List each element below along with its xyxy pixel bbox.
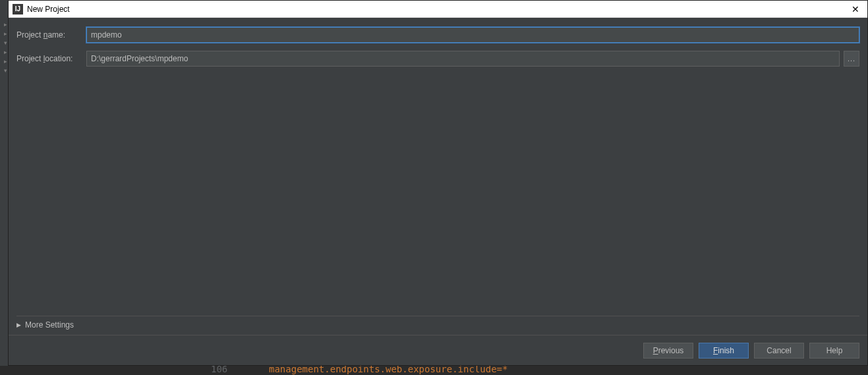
browse-button[interactable]: ... (844, 51, 859, 67)
content-spacer (16, 74, 859, 316)
ide-editor-peek: 106 management.endpoints.web.exposure.in… (0, 366, 868, 375)
line-number: 106 (211, 366, 227, 374)
project-location-label: Project location: (16, 54, 86, 63)
more-settings-toggle[interactable]: ▶ More Settings (16, 316, 859, 333)
help-button[interactable]: Help (809, 343, 859, 359)
intellij-icon: IJ (13, 4, 23, 14)
dialog-title: New Project (27, 5, 848, 14)
dialog-titlebar[interactable]: IJ New Project ✕ (9, 1, 867, 18)
project-name-row: Project name: (16, 27, 859, 43)
project-name-label: Project name: (16, 30, 86, 40)
ellipsis-icon: ... (848, 55, 855, 63)
cancel-button[interactable]: Cancel (754, 343, 804, 359)
previous-button[interactable]: Previous (643, 343, 693, 359)
dialog-button-bar: Previous Finish Cancel Help (9, 335, 867, 365)
close-icon[interactable]: ✕ (848, 1, 863, 17)
more-settings-label: More Settings (25, 320, 74, 330)
finish-button[interactable]: Finish (699, 343, 749, 359)
new-project-dialog: IJ New Project ✕ Project name: Project l… (8, 0, 868, 366)
code-snippet: management.endpoints.web.exposure.includ… (269, 366, 507, 374)
project-name-input[interactable] (86, 27, 859, 43)
chevron-right-icon: ▶ (16, 322, 21, 328)
dialog-content: Project name: Project location: ... ▶ Mo… (9, 18, 867, 335)
project-location-row: Project location: ... (16, 51, 859, 67)
project-location-input[interactable] (86, 51, 840, 67)
